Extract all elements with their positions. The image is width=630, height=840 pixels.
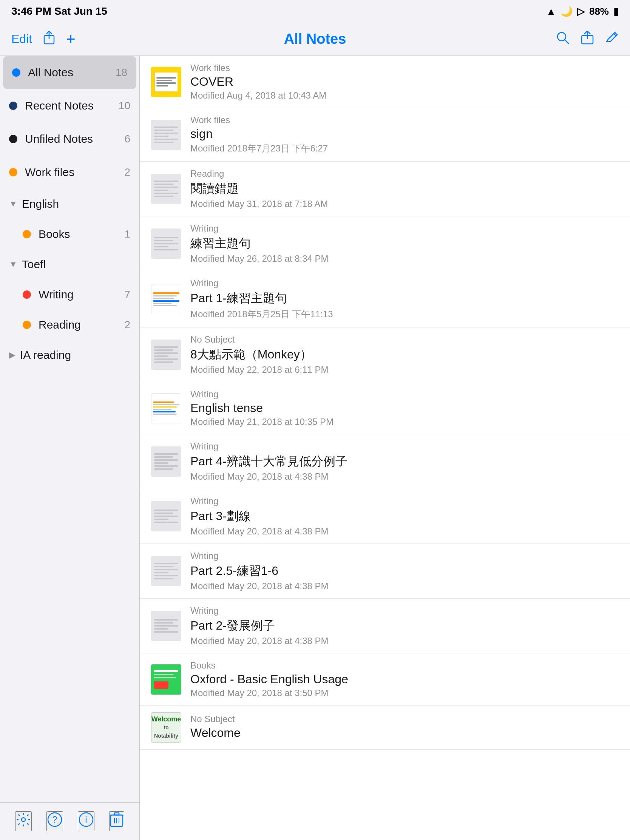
note-content-oxford: Books Oxford - Basic English Usage Modif… (190, 660, 619, 698)
wifi-icon: ▲ (546, 6, 556, 17)
note-category: Books (190, 660, 619, 671)
note-content-reading-errors: Reading 閱讀錯題 Modified May 31, 2018 at 7:… (190, 169, 619, 209)
svg-point-7 (22, 818, 25, 821)
note-content-part2: Writing Part 2-發展例子 Modified May 20, 201… (190, 605, 619, 646)
unfiled-notes-dot (9, 135, 17, 143)
sidebar-item-unfiled-notes[interactable]: Unfiled Notes 6 (0, 122, 139, 156)
note-item-sign[interactable]: Work files sign Modified 2018年7月23日 下午6:… (140, 108, 630, 162)
work-files-dot (9, 168, 17, 176)
note-title: 8大點示範（Monkey） (190, 346, 619, 363)
note-item-english-tense[interactable]: Writing English tense Modified May 21, 2… (140, 382, 630, 434)
export-button[interactable] (581, 31, 594, 47)
sidebar-item-recent-notes[interactable]: Recent Notes 10 (0, 89, 139, 122)
note-thumbnail-english-tense (151, 393, 181, 423)
toefl-chevron-icon: ▼ (9, 259, 17, 269)
note-thumbnail-cover (151, 67, 181, 97)
note-category: Reading (190, 169, 619, 179)
help-button[interactable]: ? (46, 811, 63, 831)
time: 3:46 PM (11, 5, 51, 17)
moon-icon: 🌙 (561, 6, 573, 17)
toefl-label: Toefl (22, 258, 130, 271)
sidebar-item-writing[interactable]: Writing 7 (0, 279, 139, 310)
note-date: Modified May 31, 2018 at 7:18 AM (190, 199, 619, 209)
notes-list: Work files COVER Modified Aug 4, 2018 at… (140, 56, 630, 840)
status-bar: 3:46 PM Sat Jun 15 ▲ 🌙 ▷ 88% ▮ (0, 0, 630, 23)
recent-notes-dot (9, 102, 17, 110)
note-item-reading-errors[interactable]: Reading 閱讀錯題 Modified May 31, 2018 at 7:… (140, 162, 630, 216)
add-button[interactable]: + (66, 30, 76, 48)
note-item-8points[interactable]: No Subject 8大點示範（Monkey） Modified May 22… (140, 327, 630, 382)
sidebar-bottom-toolbar: ? i (0, 802, 139, 840)
writing-dot (23, 291, 31, 299)
sidebar-item-reading[interactable]: Reading 2 (0, 310, 139, 340)
note-thumbnail-part25 (151, 556, 181, 586)
note-category: Writing (190, 496, 619, 507)
trash-button[interactable] (109, 811, 124, 831)
note-date: Modified May 20, 2018 at 4:38 PM (190, 581, 619, 592)
note-content-english-tense: Writing English tense Modified May 21, 2… (190, 389, 619, 427)
toolbar-right (490, 31, 630, 47)
sidebar-item-all-notes[interactable]: All Notes 18 (3, 56, 136, 89)
sidebar-section-toefl[interactable]: ▼ Toefl (0, 249, 139, 279)
sidebar-item-books[interactable]: Books 1 (0, 219, 139, 249)
note-item-welcome[interactable]: Welcometo Notability No Subject Welcome (140, 706, 630, 750)
ia-reading-chevron-icon: ▶ (9, 350, 16, 360)
main-content: All Notes 18 Recent Notes 10 Unfiled Not… (0, 56, 630, 840)
books-count: 1 (124, 228, 130, 240)
note-date: Modified May 26, 2018 at 8:34 PM (190, 253, 619, 264)
all-notes-dot (12, 68, 21, 77)
battery-label: 88% (589, 6, 609, 17)
note-title: Welcome (190, 726, 619, 740)
page-title: All Notes (284, 31, 346, 47)
sidebar-section-ia-reading[interactable]: ▶ IA reading (0, 340, 139, 370)
note-thumbnail-sign (151, 120, 181, 150)
note-date: Modified May 20, 2018 at 4:38 PM (190, 636, 619, 646)
note-thumbnail-reading-errors (151, 174, 181, 204)
note-content-sign: Work files sign Modified 2018年7月23日 下午6:… (190, 115, 619, 155)
english-label: English (22, 197, 130, 210)
note-date: Modified May 20, 2018 at 4:38 PM (190, 526, 619, 537)
note-thumbnail-oxford (151, 665, 181, 695)
edit-button[interactable]: Edit (11, 32, 32, 46)
note-date: Modified May 20, 2018 at 3:50 PM (190, 688, 619, 698)
note-thumbnail-part2 (151, 611, 181, 641)
note-date: Modified May 20, 2018 at 4:38 PM (190, 471, 619, 482)
share-button[interactable] (43, 31, 55, 47)
note-content-part4: Writing Part 4-辨識十大常見低分例子 Modified May 2… (190, 441, 619, 482)
toolbar-left: Edit + (0, 30, 140, 48)
note-category: No Subject (190, 334, 619, 345)
compose-button[interactable] (605, 31, 619, 47)
svg-text:i: i (85, 814, 87, 824)
note-category: Writing (190, 441, 619, 452)
note-category: Writing (190, 278, 619, 289)
note-category: Writing (190, 605, 619, 616)
note-item-part2[interactable]: Writing Part 2-發展例子 Modified May 20, 201… (140, 598, 630, 654)
note-item-part4[interactable]: Writing Part 4-辨識十大常見低分例子 Modified May 2… (140, 434, 630, 489)
note-item-part25[interactable]: Writing Part 2.5-練習1-6 Modified May 20, … (140, 544, 630, 598)
work-files-label: Work files (25, 166, 124, 178)
note-date: Modified 2018年5月25日 下午11:13 (190, 308, 619, 320)
note-item-cover[interactable]: Work files COVER Modified Aug 4, 2018 at… (140, 56, 630, 108)
note-item-practice-topic[interactable]: Writing 練習主題句 Modified May 26, 2018 at 8… (140, 216, 630, 271)
sidebar: All Notes 18 Recent Notes 10 Unfiled Not… (0, 56, 140, 840)
ia-reading-label: IA reading (20, 349, 130, 362)
work-files-count: 2 (124, 166, 130, 178)
note-date: Modified 2018年7月23日 下午6:27 (190, 142, 619, 155)
note-item-part3[interactable]: Writing Part 3-劃線 Modified May 20, 2018 … (140, 489, 630, 544)
note-thumbnail-practice-topic (151, 229, 181, 259)
search-button[interactable] (556, 31, 570, 47)
info-button[interactable]: i (78, 811, 95, 831)
svg-point-2 (557, 33, 566, 41)
note-category: Writing (190, 223, 619, 234)
sidebar-item-work-files[interactable]: Work files 2 (0, 156, 139, 189)
writing-count: 7 (124, 289, 130, 301)
note-item-part1[interactable]: Writing Part 1-練習主題句 Modified 2018年5月25日… (140, 271, 630, 327)
note-title: 閱讀錯題 (190, 180, 619, 197)
all-notes-count: 18 (115, 66, 127, 79)
note-item-oxford[interactable]: Books Oxford - Basic English Usage Modif… (140, 654, 630, 706)
note-title: Oxford - Basic English Usage (190, 672, 619, 686)
sidebar-section-english[interactable]: ▼ English (0, 189, 139, 219)
note-content-8points: No Subject 8大點示範（Monkey） Modified May 22… (190, 334, 619, 375)
settings-button[interactable] (15, 811, 32, 831)
svg-rect-14 (114, 813, 119, 815)
